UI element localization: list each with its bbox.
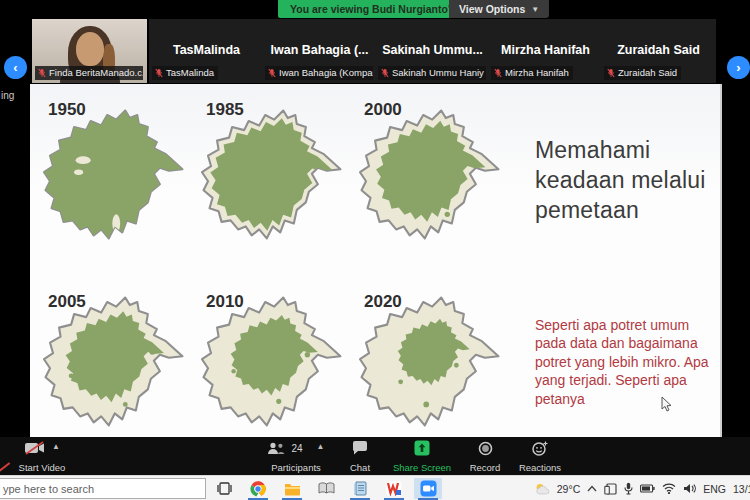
wifi-tray-icon[interactable]	[662, 483, 676, 494]
chevron-down-icon: ▼	[531, 5, 539, 14]
participants-menu-caret[interactable]: ▲	[317, 442, 325, 451]
muted-mic-icon	[494, 68, 502, 78]
hidden-icons-caret[interactable]	[587, 485, 597, 492]
wps-office-icon[interactable]	[380, 478, 408, 499]
start-video-menu-caret[interactable]: ▲	[52, 442, 60, 451]
book-app-icon[interactable]	[312, 478, 340, 499]
map-2000: 2000	[354, 90, 512, 262]
participants-icon	[267, 442, 285, 455]
windows-taskbar: ype here to search	[0, 475, 750, 500]
start-video-button[interactable]: ▲ Start Video	[6, 440, 78, 473]
system-tray: 29°C ENG 13/1	[535, 476, 750, 500]
temperature-readout[interactable]: 29°C	[557, 483, 580, 495]
reactions-button[interactable]: Reactions	[512, 440, 568, 473]
share-screen-icon	[414, 440, 430, 456]
zoom-app-icon[interactable]	[414, 478, 442, 499]
battery-tray-icon[interactable]	[640, 484, 655, 493]
speaker-tray-icon[interactable]	[683, 483, 696, 494]
microphone-tray-icon[interactable]	[624, 482, 633, 495]
muted-mic-icon	[268, 68, 276, 78]
reactions-smiley-icon	[532, 441, 549, 456]
participants-count: 24	[291, 443, 302, 454]
record-button[interactable]: Record	[462, 440, 508, 473]
display-tray-icon[interactable]	[604, 483, 617, 495]
notebook-app-icon[interactable]	[346, 478, 374, 499]
participants-button[interactable]: 24 ▲ Participants	[259, 440, 333, 473]
participant-name-label: Zuraidah Said	[604, 66, 681, 80]
participant-name-label: Finda BeritaManado.c...	[35, 66, 143, 80]
video-tile[interactable]: Zuraidah Said Zuraidah Said	[601, 19, 716, 83]
view-options-label: View Options	[459, 3, 525, 15]
shared-slide: 1950 1985 2000	[30, 84, 722, 437]
map-2010: 2010	[196, 282, 354, 444]
video-tile[interactable]: Sakinah Ummu... Sakinah Ummu Haniy |...	[375, 19, 490, 83]
top-bar: You are viewing Budi Nurgianto's screen …	[0, 0, 750, 18]
prev-participants-button[interactable]: ‹	[4, 56, 27, 79]
map-1950: 1950	[38, 90, 196, 262]
slide-body-text: Seperti apa potret umum pada data dan ba…	[535, 316, 717, 408]
chrome-icon[interactable]	[244, 478, 272, 499]
video-tile[interactable]: TasMalinda TasMalinda	[149, 19, 264, 83]
next-participants-button[interactable]: ›	[727, 56, 750, 79]
clock[interactable]: 13/1	[733, 483, 750, 495]
record-icon	[478, 441, 493, 456]
participant-name-label: Mirzha Hanifah	[491, 66, 573, 80]
video-camera-off-icon	[24, 441, 46, 455]
map-2005: 2005	[38, 282, 196, 444]
share-screen-button[interactable]: Share Screen	[394, 440, 450, 473]
slide-title: Memahami keadaan melalui pemetaan	[535, 136, 717, 226]
map-2020: 2020	[354, 282, 512, 444]
meeting-toolbar: ▲ Start Video 24 ▲ Participants	[0, 437, 750, 475]
view-options-button[interactable]: View Options ▼	[449, 0, 549, 18]
screen: You are viewing Budi Nurgianto's screen …	[0, 0, 750, 500]
participants-strip: ‹ Finda BeritaManado.c... TasMalinda Tas…	[0, 18, 750, 84]
map-1985: 1985	[196, 90, 354, 262]
muted-mic-icon	[38, 68, 46, 78]
muted-mic-icon	[381, 68, 389, 78]
file-explorer-icon[interactable]	[278, 478, 306, 499]
chat-button[interactable]: Chat	[337, 440, 383, 473]
participant-name-label: Iwan Bahagia (Kompas...	[265, 66, 373, 80]
chat-bubble-icon	[352, 441, 368, 455]
participant-name-label: Sakinah Ummu Haniy |...	[378, 66, 486, 80]
task-view-icon[interactable]	[210, 478, 238, 499]
video-tile[interactable]: Finda BeritaManado.c...	[32, 19, 147, 83]
video-tile[interactable]: Iwan Bahagia (... Iwan Bahagia (Kompas..…	[262, 19, 377, 83]
cropped-text-fragment: ing	[1, 90, 14, 101]
muted-mic-icon	[155, 68, 163, 78]
weather-icon[interactable]	[535, 483, 550, 495]
taskbar-search-input[interactable]: ype here to search	[0, 478, 206, 499]
video-tile[interactable]: Mirzha Hanifah Mirzha Hanifah	[488, 19, 603, 83]
language-indicator[interactable]: ENG	[703, 483, 726, 495]
muted-mic-icon	[607, 68, 615, 78]
participant-name-label: TasMalinda	[152, 66, 218, 80]
mouse-cursor	[661, 396, 673, 413]
